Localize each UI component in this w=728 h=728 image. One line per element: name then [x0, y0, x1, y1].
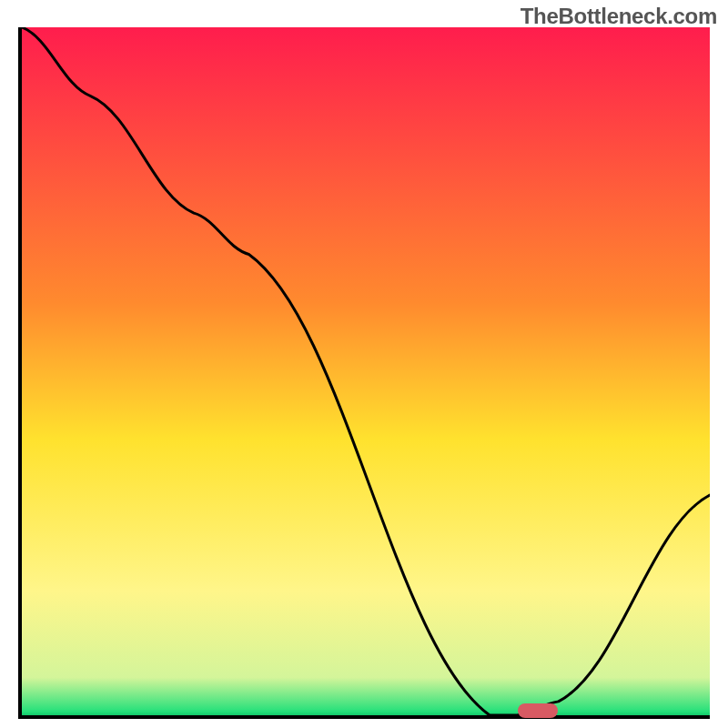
optimal-marker — [518, 703, 558, 718]
watermark-text: TheBottleneck.com — [521, 4, 717, 29]
chart-container: TheBottleneck.com — [0, 0, 728, 728]
bottleneck-curve — [22, 27, 710, 715]
plot-area — [18, 27, 710, 719]
